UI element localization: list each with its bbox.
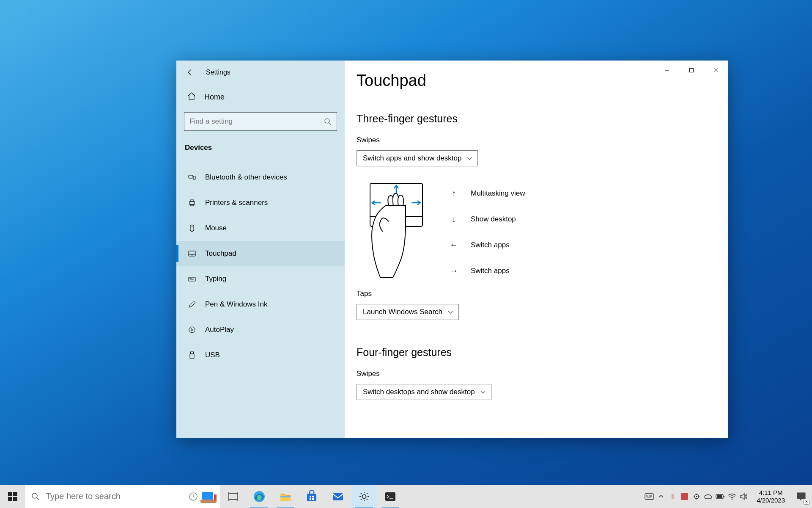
tray-overflow-chevron[interactable] — [656, 485, 666, 508]
action-center-button[interactable]: 3 — [790, 485, 812, 508]
taps-value: Launch Windows Search — [363, 308, 442, 316]
maximize-button[interactable] — [679, 61, 704, 80]
svg-rect-11 — [191, 352, 194, 354]
sidebar-nav: Bluetooth & other devices Printers & sca… — [176, 158, 345, 368]
svg-rect-17 — [13, 497, 17, 501]
svg-rect-28 — [310, 496, 311, 497]
taskbar-clock[interactable]: 4:11 PM 4/20/2023 — [752, 485, 790, 508]
tray-app2-icon[interactable] — [679, 485, 690, 508]
sidebar-item-label: USB — [205, 351, 220, 359]
svg-rect-16 — [8, 497, 12, 501]
svg-rect-34 — [385, 492, 395, 501]
mouse-icon — [187, 224, 197, 233]
sidebar-search[interactable] — [184, 112, 337, 131]
taps-combobox[interactable]: Launch Windows Search — [357, 304, 459, 320]
tray-app1-icon[interactable]: ⦀ — [667, 485, 678, 508]
cortana-deco-icon — [200, 488, 217, 505]
svg-rect-20 — [202, 492, 213, 500]
svg-rect-23 — [229, 494, 237, 500]
sidebar-item-pen[interactable]: Pen & Windows Ink — [176, 292, 345, 317]
swipes-label: Swipes — [357, 136, 716, 144]
home-icon — [187, 92, 196, 102]
sidebar-item-mouse[interactable]: Mouse — [176, 215, 345, 241]
search-deco — [189, 486, 217, 506]
svg-rect-26 — [280, 496, 291, 497]
back-button[interactable] — [184, 66, 196, 78]
window-controls — [655, 61, 728, 80]
clock-badge-icon — [189, 492, 198, 501]
tray-location-icon[interactable] — [691, 485, 702, 508]
sidebar-item-autoplay[interactable]: AutoPlay — [176, 317, 345, 342]
taskbar-app-settings[interactable] — [351, 485, 377, 508]
gesture-down: ↓Show desktop — [450, 214, 525, 224]
gesture-diagram: ↑Multitasking view ↓Show desktop ←Switch… — [367, 181, 716, 285]
taskbar-spacer — [403, 485, 641, 508]
taps-label: Taps — [357, 290, 716, 298]
pen-icon — [187, 300, 197, 309]
tray-volume-icon[interactable] — [738, 485, 749, 508]
svg-rect-3 — [193, 176, 195, 179]
svg-rect-31 — [312, 498, 314, 500]
touchpad-icon — [187, 249, 197, 258]
titlebar: Settings — [176, 61, 345, 84]
sidebar-item-label: Bluetooth & other devices — [205, 173, 287, 182]
minimize-button[interactable] — [655, 61, 679, 80]
sidebar-item-label: Printers & scanners — [205, 199, 268, 207]
gesture-left: ←Switch apps — [450, 240, 525, 250]
typing-icon — [187, 274, 197, 284]
sidebar-home[interactable]: Home — [176, 84, 345, 110]
svg-point-38 — [696, 496, 697, 497]
settings-window: Settings Home Devices Bluetooth & other … — [176, 61, 728, 438]
gesture-right: →Switch apps — [450, 266, 525, 276]
svg-point-25 — [257, 495, 262, 500]
sidebar-item-label: Touchpad — [205, 249, 236, 258]
svg-rect-15 — [13, 492, 17, 496]
svg-rect-12 — [190, 354, 194, 359]
printer-icon — [187, 198, 197, 207]
sidebar-item-label: Pen & Windows Ink — [205, 300, 267, 309]
main-content: Touchpad Three-finger gestures Swipes Sw… — [345, 61, 728, 438]
svg-point-33 — [362, 494, 366, 498]
system-tray: ⦀ — [641, 485, 752, 508]
swipes-combobox[interactable]: Switch apps and show desktop — [357, 150, 478, 166]
arrow-right-icon: → — [450, 266, 458, 276]
clock-date: 4/20/2023 — [757, 497, 785, 504]
svg-rect-41 — [724, 496, 724, 497]
chevron-down-icon — [466, 155, 472, 161]
sidebar-item-bluetooth[interactable]: Bluetooth & other devices — [176, 165, 345, 190]
start-button[interactable] — [0, 485, 25, 508]
taskbar-app-explorer[interactable] — [272, 485, 299, 508]
touchpad-hand-illustration — [367, 181, 426, 285]
taskbar-search[interactable] — [25, 485, 220, 508]
sidebar-search-input[interactable] — [189, 117, 324, 126]
svg-rect-22 — [214, 494, 217, 500]
notification-badge: 3 — [804, 499, 809, 505]
sidebar-item-typing[interactable]: Typing — [176, 266, 345, 292]
arrow-up-icon: ↑ — [450, 188, 458, 198]
svg-point-1 — [325, 119, 329, 123]
taskbar-app-edge[interactable] — [246, 485, 272, 508]
arrow-left-icon: ← — [450, 240, 458, 250]
search-icon — [324, 118, 332, 125]
tray-onedrive-icon[interactable] — [703, 485, 713, 508]
sidebar-item-touchpad[interactable]: Touchpad — [176, 241, 345, 266]
svg-rect-29 — [312, 496, 314, 497]
gesture-up: ↑Multitasking view — [450, 188, 525, 198]
svg-point-18 — [32, 493, 37, 498]
taskbar-app-terminal[interactable] — [377, 485, 403, 508]
taskbar-app-store[interactable] — [299, 485, 325, 508]
tray-input-indicator[interactable] — [644, 485, 654, 508]
close-button[interactable] — [704, 61, 728, 80]
tray-battery-icon[interactable] — [715, 485, 725, 508]
taskbar-app-mail[interactable] — [325, 485, 351, 508]
swipes4-combobox[interactable]: Switch desktops and show desktop — [357, 384, 491, 400]
sidebar-item-printers[interactable]: Printers & scanners — [176, 190, 345, 215]
task-view-button[interactable] — [220, 485, 246, 508]
swipes4-label: Swipes — [357, 370, 716, 378]
sidebar-item-usb[interactable]: USB — [176, 342, 345, 368]
svg-rect-2 — [189, 175, 193, 178]
arrow-down-icon: ↓ — [450, 214, 458, 224]
tray-wifi-icon[interactable] — [727, 485, 737, 508]
sidebar-item-label: Typing — [205, 275, 226, 283]
chevron-down-icon — [447, 309, 453, 315]
